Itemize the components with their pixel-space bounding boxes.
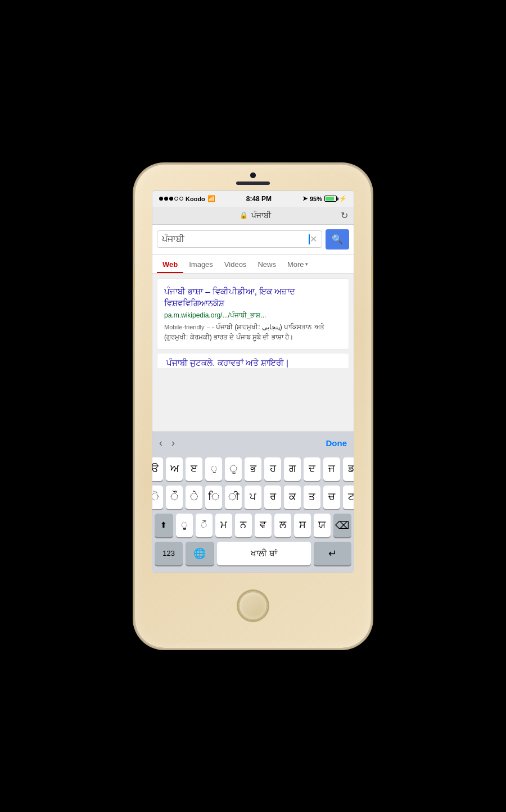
chevron-down-icon: ▾ bbox=[305, 261, 308, 267]
key-ka[interactable]: ਕ bbox=[284, 486, 301, 509]
key-sha[interactable]: ੁ bbox=[205, 457, 222, 481]
earpiece-speaker bbox=[236, 182, 270, 185]
status-left: Koodo 📶 bbox=[159, 195, 215, 202]
tab-more[interactable]: More ▾ bbox=[282, 255, 314, 273]
status-bar: Koodo 📶 8:48 PM ➤ 95% ⚡ bbox=[152, 191, 354, 207]
signal-dot-2 bbox=[164, 197, 168, 201]
keyboard-nav: ‹ › bbox=[159, 437, 175, 449]
key-kanaura2[interactable]: ੌ bbox=[196, 514, 213, 537]
home-button[interactable] bbox=[238, 591, 268, 620]
phone-bottom-hardware bbox=[238, 573, 268, 648]
key-va[interactable]: ਵ bbox=[255, 514, 272, 537]
gurmukhi-keyboard: ੳ ਅ ੲ ੁ ੁ ਭ ਹ ਗ ਦ ਜ ਡ ੋ ੌ ੇ ਿ ੀ ਪ ਰ bbox=[152, 454, 354, 572]
clear-search-button[interactable]: ✕ bbox=[310, 234, 317, 244]
search-button[interactable]: 🔍 bbox=[326, 229, 349, 250]
keyboard-done-button[interactable]: Done bbox=[326, 438, 347, 448]
status-time: 8:48 PM bbox=[246, 195, 272, 203]
navigation-arrow-icon: ➤ bbox=[302, 195, 308, 202]
key-la[interactable]: ਲ bbox=[274, 514, 291, 537]
address-text: ਪੰਜਾਬੀ bbox=[251, 211, 271, 220]
search-results: ਪੰਜਾਬੀ ਭਾਸ਼ਾ – ਵਿਕੀਪੀਡੀਆ, ਇਕ ਅਜ਼ਾਦ ਵਿਸ਼ਵ… bbox=[152, 274, 354, 432]
forward-arrow-button[interactable]: › bbox=[171, 437, 175, 449]
charging-icon: ⚡ bbox=[339, 195, 347, 202]
key-sa[interactable]: ਸ bbox=[294, 514, 311, 537]
key-sihari[interactable]: ਿ bbox=[205, 486, 222, 509]
keyboard-row-2: ੋ ੌ ੇ ਿ ੀ ਪ ਰ ਕ ਤ ਚ ਟ bbox=[155, 486, 351, 509]
result-title-1[interactable]: ਪੰਜਾਬੀ ਭਾਸ਼ਾ – ਵਿਕੀਪੀਡੀਆ, ਇਕ ਅਜ਼ਾਦ ਵਿਸ਼ਵ… bbox=[164, 285, 342, 309]
signal-strength bbox=[159, 197, 183, 201]
phone-top-hardware bbox=[135, 165, 371, 190]
power-button[interactable] bbox=[371, 255, 373, 288]
search-input-text: ਪੰਜਾਬੀ bbox=[162, 234, 308, 244]
phone-device: Koodo 📶 8:48 PM ➤ 95% ⚡ 🔒 ਪੰਜਾਬੀ bbox=[135, 165, 371, 648]
result-title-2[interactable]: ਪੰਜਾਬੀ ਜੁਟਕਲੇ. ਕਹਾਵਤਾਂ ਅਤੇ ਸ਼ਾਇਰੀ | bbox=[157, 353, 349, 368]
carrier-name: Koodo bbox=[186, 196, 205, 202]
key-na[interactable]: ਨ bbox=[235, 514, 252, 537]
signal-dot-4 bbox=[174, 197, 178, 201]
tab-news[interactable]: News bbox=[252, 255, 282, 273]
signal-dot-3 bbox=[169, 197, 173, 201]
signal-dot-1 bbox=[159, 197, 163, 201]
key-kanaura[interactable]: ੌ bbox=[166, 486, 183, 509]
status-right: ➤ 95% ⚡ bbox=[302, 195, 347, 202]
key-aa[interactable]: ਅ bbox=[166, 457, 183, 481]
key-ta[interactable]: ਤ bbox=[304, 486, 320, 509]
battery-icon bbox=[324, 196, 337, 202]
keyboard-row-4: 123 🌐 ਖਾਲੀ ਥਾਂ ↵ bbox=[155, 542, 351, 565]
volume-up-button[interactable] bbox=[133, 263, 135, 291]
key-ga[interactable]: ਗ bbox=[284, 457, 301, 481]
battery-pct: 95% bbox=[310, 196, 322, 202]
key-bha[interactable]: ਭ bbox=[245, 457, 261, 481]
key-dda[interactable]: ਡ bbox=[343, 457, 354, 481]
back-arrow-button[interactable]: ‹ bbox=[159, 437, 162, 449]
key-dula[interactable]: ੂ bbox=[176, 514, 193, 537]
key-ya[interactable]: ਯ bbox=[314, 514, 331, 537]
key-da[interactable]: ਦ bbox=[304, 457, 320, 481]
tab-images[interactable]: Images bbox=[183, 255, 219, 273]
result-url-1: pa.m.wikipedia.org/.../ਪੰਜਾਬੀ_ਭਾਸ਼... bbox=[164, 311, 342, 319]
key-ra[interactable]: ਰ bbox=[264, 486, 281, 509]
search-bar: ਪੰਜਾਬੀ ✕ 🔍 bbox=[152, 225, 354, 255]
key-lanvan[interactable]: ੇ bbox=[186, 486, 202, 509]
result-card-1: ਪੰਜਾਬੀ ਭਾਸ਼ਾ – ਵਿਕੀਪੀਡੀਆ, ਇਕ ਅਜ਼ਾਦ ਵਿਸ਼ਵ… bbox=[157, 278, 349, 350]
browser-address-bar[interactable]: 🔒 ਪੰਜਾਬੀ ↻ bbox=[152, 207, 354, 225]
key-u[interactable]: ੁ bbox=[225, 457, 242, 481]
shift-key[interactable]: ⬆ bbox=[155, 514, 173, 537]
lock-icon: 🔒 bbox=[240, 211, 248, 219]
delete-key[interactable]: ⌫ bbox=[333, 514, 352, 537]
key-ha[interactable]: ਹ bbox=[264, 457, 281, 481]
tab-web[interactable]: Web bbox=[157, 255, 183, 273]
globe-key[interactable]: 🌐 bbox=[186, 542, 214, 565]
key-hora[interactable]: ੋ bbox=[152, 486, 163, 509]
signal-dot-5 bbox=[179, 197, 183, 201]
space-key[interactable]: ਖਾਲੀ ਥਾਂ bbox=[217, 542, 311, 565]
key-ma[interactable]: ਮ bbox=[215, 514, 232, 537]
keyboard-row-3: ⬆ ੂ ੌ ਮ ਨ ਵ ਲ ਸ ਯ ⌫ bbox=[155, 514, 351, 537]
key-cha[interactable]: ਚ bbox=[323, 486, 340, 509]
wifi-icon: 📶 bbox=[207, 195, 215, 202]
key-ja[interactable]: ਜ bbox=[323, 457, 340, 481]
key-tta[interactable]: ਟ bbox=[343, 486, 354, 509]
keyboard-row-1: ੳ ਅ ੲ ੁ ੁ ਭ ਹ ਗ ਦ ਜ ਡ bbox=[155, 457, 351, 481]
result-meta-1: Mobile-friendly bbox=[164, 324, 205, 330]
front-camera bbox=[250, 173, 256, 178]
volume-down-button[interactable] bbox=[133, 297, 135, 325]
tab-videos[interactable]: Videos bbox=[219, 255, 252, 273]
mute-switch[interactable] bbox=[133, 238, 135, 255]
key-bihari[interactable]: ੀ bbox=[225, 486, 242, 509]
keyboard-toolbar: ‹ › Done bbox=[152, 432, 354, 454]
refresh-button[interactable]: ↻ bbox=[341, 210, 348, 221]
search-input-wrapper[interactable]: ਪੰਜਾਬੀ ✕ bbox=[157, 230, 322, 248]
search-icon: 🔍 bbox=[332, 234, 343, 244]
num-key[interactable]: 123 bbox=[155, 542, 183, 565]
search-nav-tabs: Web Images Videos News More ▾ bbox=[152, 255, 354, 274]
return-key[interactable]: ↵ bbox=[314, 542, 351, 565]
key-ura[interactable]: ੳ bbox=[152, 457, 163, 481]
key-iri[interactable]: ੲ bbox=[186, 457, 202, 481]
address-bar[interactable]: 🔒 ਪੰਜਾਬੀ bbox=[169, 211, 341, 220]
phone-screen: Koodo 📶 8:48 PM ➤ 95% ⚡ 🔒 ਪੰਜਾਬੀ bbox=[152, 190, 354, 573]
key-pa[interactable]: ਪ bbox=[245, 486, 261, 509]
